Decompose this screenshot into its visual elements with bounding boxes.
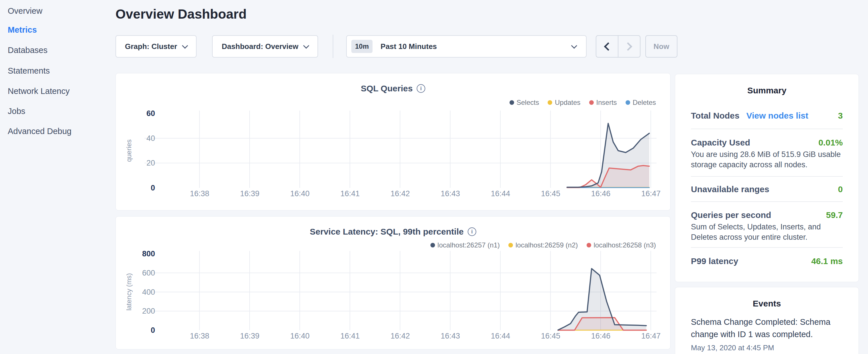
sidebar-item-statements[interactable]: Statements (8, 65, 50, 76)
chart-legend: localhost:26257 (n1) localhost:26259 (n2… (430, 241, 656, 249)
chevron-left-icon (604, 42, 613, 51)
y-tick: 60 (124, 109, 155, 118)
sidebar-item-network-latency[interactable]: Network Latency (8, 85, 70, 97)
x-tick: 16:43 (425, 189, 475, 198)
legend-item-selects[interactable]: Selects (509, 99, 539, 106)
time-range-badge: 10m (351, 40, 373, 53)
sidebar-item-jobs[interactable]: Jobs (8, 105, 25, 117)
summary-row-queries-per-second: Queries per second 59.7 (691, 210, 843, 220)
divider (691, 176, 843, 177)
x-tick: 16:41 (325, 332, 375, 341)
summary-value: 0.01% (818, 138, 843, 148)
chevron-down-icon (571, 42, 577, 49)
page-title: Overview Dashboard (116, 6, 247, 22)
legend-dot (589, 100, 594, 105)
legend-dot (508, 243, 513, 248)
summary-row-capacity-used: Capacity Used 0.01% (691, 138, 843, 148)
divider (691, 129, 843, 129)
service-latency-chart-panel: Service Latency: SQL, 99th percentile i … (116, 216, 671, 349)
time-range-dropdown[interactable]: 10m Past 10 Minutes (346, 35, 587, 58)
series-area (567, 123, 649, 188)
x-tick: 16:44 (475, 189, 526, 198)
y-tick: 800 (124, 249, 155, 258)
sidebar-item-databases[interactable]: Databases (8, 44, 48, 56)
divider (691, 247, 843, 248)
view-nodes-list-link[interactable]: View nodes list (746, 111, 808, 121)
y-tick: 200 (124, 307, 155, 316)
summary-description: Sum of Selects, Updates, Inserts, and De… (691, 222, 844, 242)
x-tick: 16:45 (526, 332, 576, 341)
legend-item-n1[interactable]: localhost:26257 (n1) (430, 241, 500, 249)
x-axis-ticks: 16:38 16:39 16:40 16:41 16:42 16:43 16:4… (175, 332, 676, 341)
dashboard-dropdown-label: Dashboard: Overview (222, 42, 298, 51)
summary-value: 0 (838, 185, 843, 194)
x-tick: 16:40 (275, 332, 325, 341)
divider (691, 201, 843, 202)
graph-scope-dropdown-label: Graph: Cluster (125, 42, 177, 51)
legend-item-updates[interactable]: Updates (548, 99, 580, 106)
y-tick: 400 (124, 288, 155, 297)
y-tick: 600 (124, 268, 155, 278)
legend-dot (509, 100, 514, 105)
app-root: Overview Metrics Databases Statements Ne… (0, 0, 868, 354)
summary-heading: Summary (675, 86, 859, 95)
time-window-nav (596, 35, 641, 58)
summary-label: Unavailable ranges (691, 185, 769, 194)
x-tick: 16:42 (375, 189, 425, 198)
legend-dot (626, 100, 630, 105)
legend-label: Selects (517, 99, 539, 106)
y-tick: 20 (124, 158, 155, 167)
summary-row-total-nodes: Total Nodes View nodes list 3 (691, 111, 843, 121)
legend-item-deletes[interactable]: Deletes (626, 99, 656, 106)
chart-title: SQL Queries (361, 84, 413, 93)
x-tick: 16:38 (175, 189, 225, 198)
chart-title-row: SQL Queries i (116, 84, 670, 93)
legend-label: localhost:26257 (n1) (438, 241, 500, 249)
x-tick: 16:38 (175, 332, 225, 341)
x-tick: 16:44 (475, 332, 526, 341)
time-back-button[interactable] (596, 36, 618, 57)
x-tick: 16:39 (225, 332, 275, 341)
event-timestamp: May 13, 2020 at 4:45 PM (691, 344, 843, 352)
legend-label: Updates (555, 99, 580, 106)
sidebar-item-advanced-debug[interactable]: Advanced Debug (8, 125, 72, 137)
sidebar-item-metrics[interactable]: Metrics (8, 24, 37, 35)
summary-value: 46.1 ms (811, 256, 843, 266)
sidebar-nav: Overview Metrics Databases Statements Ne… (0, 0, 112, 354)
chevron-down-icon (182, 42, 188, 49)
x-tick: 16:46 (576, 332, 626, 341)
y-tick: 0 (124, 326, 155, 335)
graph-scope-dropdown[interactable]: Graph: Cluster (116, 35, 196, 58)
info-icon[interactable]: i (468, 227, 476, 236)
summary-description: You are using 28.6 MiB of 515.9 GiB usab… (691, 149, 844, 170)
x-tick: 16:45 (526, 189, 576, 198)
x-axis-ticks: 16:38 16:39 16:40 16:41 16:42 16:43 16:4… (175, 189, 676, 198)
chevron-down-icon (303, 42, 309, 49)
x-tick: 16:47 (626, 332, 676, 341)
summary-panel: Summary Total Nodes View nodes list 3 Ca… (675, 74, 859, 282)
legend-dot (548, 100, 552, 105)
event-message[interactable]: Schema Change Completed: Schema change w… (691, 316, 843, 341)
y-tick: 40 (124, 134, 155, 143)
summary-label: Total Nodes (691, 111, 739, 121)
legend-item-inserts[interactable]: Inserts (589, 99, 617, 106)
summary-row-p99-latency: P99 latency 46.1 ms (691, 256, 843, 266)
chart-title: Service Latency: SQL, 99th percentile (310, 227, 464, 236)
info-icon[interactable]: i (417, 84, 425, 93)
header-divider (333, 35, 333, 58)
legend-label: Deletes (633, 99, 656, 106)
events-panel: Events Schema Change Completed: Schema c… (675, 287, 859, 354)
chevron-right-icon (624, 42, 632, 51)
legend-item-n2[interactable]: localhost:26259 (n2) (508, 241, 578, 249)
y-tick: 0 (124, 183, 155, 192)
x-tick: 16:39 (225, 189, 275, 198)
legend-item-n3[interactable]: localhost:26258 (n3) (587, 241, 656, 249)
time-forward-button[interactable] (618, 36, 640, 57)
sidebar-item-overview[interactable]: Overview (8, 5, 42, 17)
chart-title-row: Service Latency: SQL, 99th percentile i (116, 227, 670, 236)
now-button[interactable]: Now (645, 35, 677, 58)
summary-row-unavailable-ranges: Unavailable ranges 0 (691, 185, 843, 194)
summary-value: 3 (838, 111, 843, 121)
dashboard-dropdown[interactable]: Dashboard: Overview (212, 35, 318, 58)
x-tick: 16:47 (626, 189, 676, 198)
